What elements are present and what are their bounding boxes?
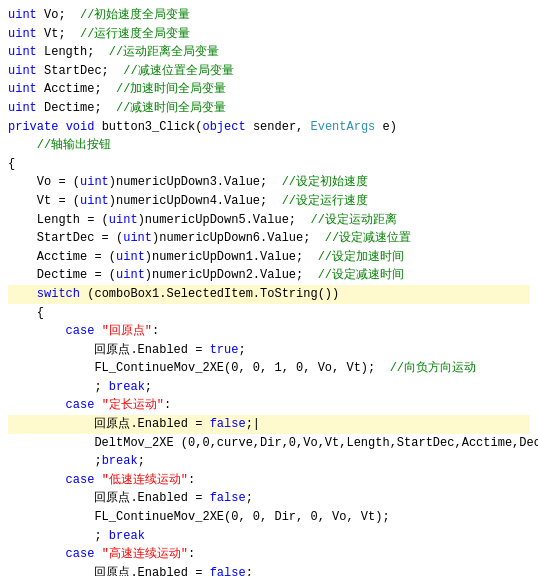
- code-line-30: case "高速连续运动":: [8, 545, 530, 564]
- code-line-20: FL_ContinueMov_2XE(0, 0, 1, 0, Vo, Vt); …: [8, 359, 530, 378]
- code-line-14: Acctime = (uint)numericUpDown1.Value; //…: [8, 248, 530, 267]
- code-editor: uint Vo; //初始速度全局变量 uint Vt; //运行速度全局变量 …: [0, 0, 538, 576]
- code-line-18: case "回原点":: [8, 322, 530, 341]
- code-line-4: uint StartDec; //减速位置全局变量: [8, 62, 530, 81]
- code-line-5: uint Acctime; //加速时间全局变量: [8, 80, 530, 99]
- code-line-28: FL_ContinueMov_2XE(0, 0, Dir, 0, Vo, Vt)…: [8, 508, 530, 527]
- code-line-19: 回原点.Enabled = true;: [8, 341, 530, 360]
- code-line-11: Vt = (uint)numericUpDown4.Value; //设定运行速…: [8, 192, 530, 211]
- code-line-17: {: [8, 304, 530, 323]
- code-line-21: ; break;: [8, 378, 530, 397]
- code-line-27: 回原点.Enabled = false;: [8, 489, 530, 508]
- code-line-26: case "低速连续运动":: [8, 471, 530, 490]
- code-line-24: DeltMov_2XE (0,0,curve,Dir,0,Vo,Vt,Lengt…: [8, 434, 530, 453]
- code-line-6: uint Dectime; //减速时间全局变量: [8, 99, 530, 118]
- code-line-3: uint Length; //运动距离全局变量: [8, 43, 530, 62]
- code-line-13: StartDec = (uint)numericUpDown6.Value; /…: [8, 229, 530, 248]
- code-line-15: Dectime = (uint)numericUpDown2.Value; //…: [8, 266, 530, 285]
- code-line-31: 回原点.Enabled = false;: [8, 564, 530, 576]
- code-line-25: ;break;: [8, 452, 530, 471]
- code-line-2: uint Vt; //运行速度全局变量: [8, 25, 530, 44]
- code-line-23: 回原点.Enabled = false;|: [8, 415, 530, 434]
- code-line-16: switch (comboBox1.SelectedItem.ToString(…: [8, 285, 530, 304]
- code-line-9: {: [8, 155, 530, 174]
- code-line-1: uint Vo; //初始速度全局变量: [8, 6, 530, 25]
- code-line-22: case "定长运动":: [8, 396, 530, 415]
- code-line-12: Length = (uint)numericUpDown5.Value; //设…: [8, 211, 530, 230]
- code-line-8: //轴输出按钮: [8, 136, 530, 155]
- code-line-29: ; break: [8, 527, 530, 546]
- code-line-7: private void button3_Click(object sender…: [8, 118, 530, 137]
- code-line-10: Vo = (uint)numericUpDown3.Value; //设定初始速…: [8, 173, 530, 192]
